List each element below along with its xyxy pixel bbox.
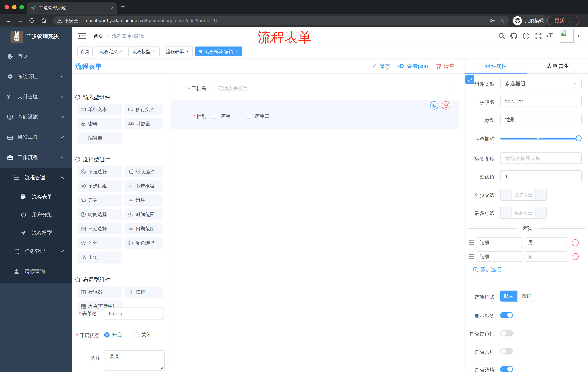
gender-checkbox-option2[interactable]: 选项二 (246, 113, 269, 120)
resize-handle-icon[interactable] (160, 366, 163, 369)
field-name-input[interactable]: field122 (500, 96, 582, 107)
component-password[interactable]: 密码 (77, 118, 122, 129)
update-button[interactable]: 更新 ⋮ (547, 16, 579, 25)
clear-button[interactable]: 清空 (436, 63, 454, 70)
sidebar-item-system[interactable]: 系统管理 (0, 67, 73, 86)
help-icon[interactable]: ? (523, 32, 529, 39)
component-radio-group[interactable]: 单选框组 (77, 180, 122, 192)
component-checkbox-group[interactable]: 多选框组 (125, 180, 163, 192)
stepper-minus-button[interactable]: − (501, 189, 511, 200)
tag-home[interactable]: 首页 (77, 46, 93, 56)
gender-checkbox-option1[interactable]: 选项一 (212, 113, 235, 120)
tag-close-icon[interactable]: × (186, 49, 189, 54)
breadcrumb-home[interactable]: 首页 (93, 33, 104, 40)
selected-component-block[interactable]: *性别 选项一 选项二 (171, 100, 459, 129)
component-single-line-text[interactable]: 单行文本 (77, 104, 122, 115)
component-time-range[interactable]: 时间范围 (125, 209, 163, 220)
sidebar-item-payment[interactable]: ¥ 支付管理 (0, 87, 73, 106)
component-row-container[interactable]: 行容器 (77, 287, 122, 298)
form-grid-slider[interactable] (500, 137, 582, 140)
component-cascader[interactable]: 级联选择 (125, 166, 163, 177)
font-size-icon[interactable]: TT (546, 32, 553, 39)
new-tab-button[interactable]: + (121, 2, 125, 11)
option2-value-input[interactable]: 女 (525, 251, 567, 262)
component-type-select[interactable]: 多选框组 (500, 78, 582, 89)
fullscreen-icon[interactable] (535, 32, 542, 39)
option2-label-input[interactable]: 选项二 (477, 251, 522, 262)
reload-icon[interactable] (29, 17, 35, 24)
component-switch[interactable]: 开关 (77, 195, 122, 206)
component-multi-line-text[interactable]: 多行文本 (125, 104, 163, 115)
sidebar-item-process-model[interactable]: 流程模型 (0, 224, 73, 242)
tab-close-icon[interactable]: × (110, 5, 113, 11)
status-radio-off[interactable]: 关闭 (134, 331, 152, 338)
disabled-toggle[interactable] (500, 348, 513, 354)
sidebar-item-task-management[interactable]: 任务管理 (0, 242, 73, 261)
required-toggle[interactable] (500, 366, 513, 372)
delete-component-button[interactable] (442, 101, 450, 109)
max-select-input[interactable]: 最多可选 (511, 207, 536, 218)
status-radio-on[interactable]: 开启 (104, 331, 122, 338)
window-zoom-button[interactable] (20, 5, 24, 10)
tab-form-props[interactable]: 表单属性 (527, 58, 588, 73)
sidebar-item-process-form[interactable]: 流程表单 (0, 188, 73, 206)
title-input[interactable]: 性别 (500, 114, 582, 125)
component-select[interactable]: 下拉选择 (77, 166, 122, 177)
form-name-input[interactable]: biubiu (104, 308, 164, 319)
remark-textarea[interactable]: 嘿嘿 (104, 350, 165, 370)
avatar[interactable] (560, 29, 574, 43)
add-option-button[interactable]: 添加选项 (473, 266, 501, 273)
tag-close-icon[interactable]: × (235, 49, 238, 54)
option-style-default-button[interactable]: 默认 (500, 291, 518, 302)
default-value-input[interactable]: 1 (500, 170, 582, 182)
browser-menu-icon[interactable]: ⋮ (568, 18, 572, 23)
drag-handle-icon[interactable] (468, 240, 475, 246)
sidebar-item-process-management[interactable]: 流程管理 (0, 168, 73, 187)
component-counter[interactable]: 123 计数器 (125, 118, 163, 129)
remove-option2-button[interactable]: − (572, 253, 578, 260)
component-editor[interactable]: 编辑器 (77, 132, 122, 144)
view-json-button[interactable]: 查看json (398, 63, 428, 70)
sidebar-item-workflow[interactable]: 工作流程 (0, 148, 73, 167)
tag-process-form-edit[interactable]: 流程表单-编辑 × (195, 46, 242, 56)
remove-option1-button[interactable]: − (572, 239, 578, 246)
sidebar-item-home[interactable]: 首页 (0, 47, 73, 66)
component-color-picker[interactable]: 颜色选择 (125, 237, 163, 249)
component-slider[interactable]: 滑块 (125, 195, 163, 206)
stepper-plus-button[interactable]: + (536, 207, 546, 218)
back-icon[interactable]: ← (5, 17, 12, 24)
caret-down-icon[interactable]: ▾ (578, 33, 579, 38)
browser-tab[interactable]: 芋道管理系统 × (27, 2, 117, 14)
option1-label-input[interactable]: 选项一 (477, 237, 522, 248)
option-style-button-button[interactable]: 按钮 (517, 291, 536, 302)
home-icon[interactable] (41, 17, 47, 24)
label-width-input[interactable]: 请输入标签宽度 (500, 152, 582, 164)
component-date-picker[interactable]: 日期选择 (77, 223, 122, 234)
copy-component-button[interactable] (430, 101, 438, 109)
tag-close-icon[interactable]: × (153, 49, 155, 54)
component-button[interactable]: 按钮 (125, 287, 163, 298)
sidebar-logo[interactable]: 芋道管理系统 (0, 27, 73, 46)
save-button[interactable]: ✓ 保存 (372, 63, 390, 70)
window-minimize-button[interactable] (12, 5, 17, 10)
sidebar-item-infrastructure[interactable]: 基础设施 (0, 107, 73, 126)
component-time-picker[interactable]: 时间选择 (77, 209, 122, 220)
tab-component-props[interactable]: 组件属性 (465, 58, 527, 73)
key-icon[interactable] (489, 18, 495, 24)
slider-handle[interactable] (576, 135, 582, 141)
min-select-input[interactable]: 至少应选 (511, 189, 536, 200)
phone-input[interactable]: 请输入手机号 (213, 82, 452, 95)
github-icon[interactable] (510, 32, 517, 40)
drag-handle-icon[interactable] (468, 254, 475, 260)
window-close-button[interactable] (5, 5, 9, 10)
tag-process-definition[interactable]: 流程定义 × (95, 46, 127, 56)
tag-close-icon[interactable]: × (120, 49, 122, 54)
sidebar-item-leave-query[interactable]: 请假查询 (0, 262, 73, 281)
component-rate[interactable]: 评分 (77, 237, 122, 249)
border-toggle[interactable] (500, 330, 513, 336)
forward-icon[interactable]: → (17, 17, 24, 24)
sidebar-collapse-icon[interactable] (78, 32, 86, 39)
stepper-minus-button[interactable]: − (501, 207, 511, 218)
option1-value-input[interactable]: 男 (525, 237, 567, 248)
tag-process-model[interactable]: 流程模型 × (128, 46, 160, 56)
